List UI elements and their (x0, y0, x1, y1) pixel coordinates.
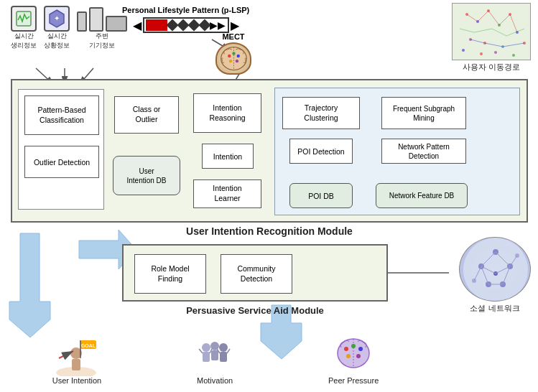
plsp-bar-main: ▶▶ (143, 17, 229, 33)
svg-rect-32 (453, 4, 531, 60)
output-peer-pressure: Peer Pressure (328, 333, 379, 385)
frequent-subgraph-box: Frequent Subgraph Mining (381, 97, 466, 129)
svg-point-30 (228, 59, 231, 62)
output-peer-pressure-label: Peer Pressure (328, 376, 379, 385)
mect-label: MECT (222, 32, 244, 41)
diagram-container: 실시간 생리정보 ✦ 실시간 상황정보 주변 기기정보 Personal Lif… (0, 0, 538, 392)
frequent-subgraph-label: Frequent Subgraph Mining (393, 104, 455, 123)
map-image (452, 3, 531, 60)
svg-rect-77 (220, 352, 227, 362)
map-label: 사용자 이동경로 (463, 62, 520, 73)
output-user-intention-label: User Intention (52, 376, 101, 385)
intention-learner-label: Intention Learner (213, 184, 241, 203)
icon-realtime-status: ✦ 실시간 상황정보 (44, 6, 70, 50)
mect-section: MECT (215, 32, 251, 75)
intention-learner-box: Intention Learner (193, 179, 261, 208)
status-icon: ✦ (44, 6, 70, 32)
svg-point-88 (356, 354, 361, 358)
main-module-label: User Intention Recognition Module (12, 225, 527, 237)
community-detection-box: Community Detection (221, 254, 292, 294)
outlier-detection-box: Outlier Detection (24, 146, 99, 178)
class-outlier-label: Class or Outlier (133, 105, 161, 124)
svg-point-44 (480, 52, 483, 55)
class-outlier-box: Class or Outlier (114, 96, 179, 134)
lower-module: Role Model Finding Community Detection P… (122, 244, 388, 302)
pattern-classification-label: Pattern-Based Classification (37, 106, 85, 125)
svg-line-78 (199, 349, 203, 353)
network-pattern-label: Network Pattern Detection (398, 142, 450, 161)
svg-point-85 (351, 344, 356, 348)
svg-point-27 (228, 54, 231, 57)
network-feature-db-box: Network Feature DB (376, 183, 468, 208)
svg-point-45 (494, 51, 497, 54)
outlier-detection-label: Outlier Detection (34, 158, 90, 167)
pattern-classification-box: Pattern-Based Classification (24, 95, 99, 135)
svg-point-28 (232, 52, 235, 55)
status-label: 실시간 상황정보 (44, 32, 70, 50)
device-label: 주변 기기정보 (89, 32, 115, 50)
brain-icon (215, 42, 251, 75)
community-detection-label: Community Detection (237, 264, 275, 284)
svg-rect-67 (72, 359, 80, 370)
map-section: 사용자 이동경로 (452, 3, 531, 73)
svg-point-72 (202, 343, 210, 352)
svg-point-84 (344, 347, 348, 351)
plsp-section: Personal Lifestyle Pattern (p-LSP) ◀ ▶▶ … (122, 6, 249, 33)
output-user-intention: GOAL User Intention (52, 333, 101, 385)
social-network-section: 소셜 네트워크 (459, 237, 531, 314)
poi-detection-label: POI Detection (297, 147, 344, 156)
main-module: Pattern-Based Classification Outlier Det… (11, 79, 528, 223)
bio-icon (11, 6, 37, 32)
output-motivation: Motivation (192, 333, 238, 385)
svg-point-87 (346, 354, 351, 358)
svg-text:GOAL: GOAL (81, 343, 96, 348)
plsp-label: Personal Lifestyle Pattern (p-LSP) (122, 6, 249, 14)
svg-point-31 (235, 59, 238, 62)
icon-device: 주변 기기정보 (77, 7, 127, 50)
poi-db-label: POI DB (308, 192, 334, 200)
svg-point-29 (236, 54, 239, 57)
top-icons-group: 실시간 생리정보 ✦ 실시간 상황정보 주변 기기정보 (11, 6, 127, 50)
svg-point-86 (358, 347, 363, 351)
output-motivation-label: Motivation (197, 376, 233, 385)
intention-reasoning-label: Intention Reasoning (209, 103, 245, 123)
user-intention-db-label: User Intention DB (126, 167, 166, 185)
svg-line-81 (227, 349, 230, 353)
role-model-label: Role Model Finding (151, 264, 189, 284)
svg-point-43 (462, 49, 465, 52)
trajectory-clustering-box: Trajectory Clustering (282, 97, 360, 129)
network-pattern-box: Network Pattern Detection (381, 139, 466, 164)
role-model-box: Role Model Finding (134, 254, 206, 294)
svg-point-76 (219, 343, 228, 352)
svg-rect-75 (211, 350, 218, 360)
intention-reasoning-box: Intention Reasoning (193, 93, 261, 133)
intention-box: Intention (202, 144, 254, 169)
svg-point-47 (463, 238, 528, 302)
network-feature-db-label: Network Feature DB (389, 192, 455, 200)
icon-realtime-bio: 실시간 생리정보 (11, 6, 37, 50)
svg-marker-19 (9, 233, 50, 337)
bio-label: 실시간 생리정보 (11, 32, 37, 50)
social-network-image (459, 237, 531, 302)
poi-db-box: POI DB (289, 183, 353, 208)
trajectory-clustering-label: Trajectory Clustering (304, 103, 338, 123)
output-section: GOAL User Intention (7, 333, 424, 385)
svg-rect-73 (203, 352, 210, 362)
svg-text:✦: ✦ (54, 14, 60, 22)
poi-detection-box: POI Detection (289, 139, 353, 164)
social-network-label: 소셜 네트워크 (470, 303, 519, 314)
lower-module-label: Persuasive Service Aid Module (124, 305, 386, 316)
plsp-bar: ◀ ▶▶ ▶ (133, 17, 239, 33)
user-intention-db-box: User Intention DB (113, 156, 180, 195)
intention-label: Intention (213, 152, 242, 161)
svg-point-46 (512, 54, 515, 57)
